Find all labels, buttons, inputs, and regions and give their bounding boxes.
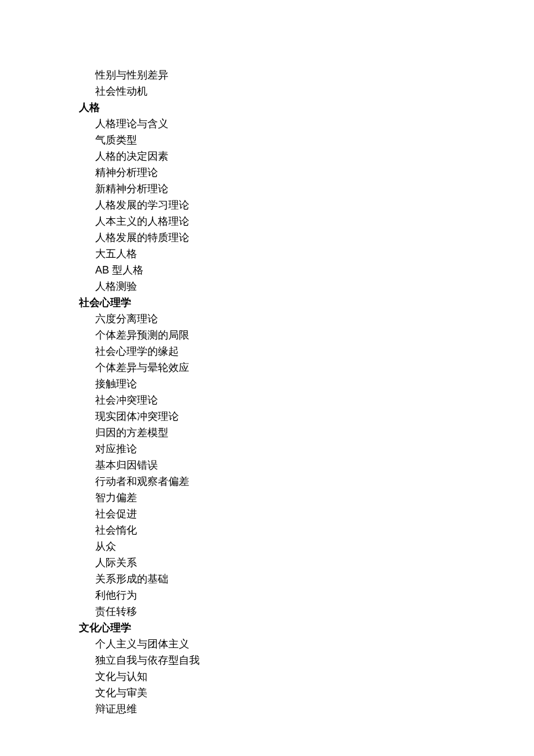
outline-item: 精神分析理论 — [79, 164, 476, 181]
outline-item: 社会心理学的缘起 — [79, 343, 476, 359]
outline-item: 气质类型 — [79, 132, 476, 148]
outline-item: 人格测验 — [79, 278, 476, 294]
outline-item: 个人主义与团体主义 — [79, 636, 476, 652]
outline-item: 文化与认知 — [79, 668, 476, 685]
outline-item: 人本主义的人格理论 — [79, 213, 476, 229]
outline-item: 文化与审美 — [79, 685, 476, 701]
outline-item: 从众 — [79, 538, 476, 555]
outline-item: 人格理论与含义 — [79, 116, 476, 132]
outline-item: 社会性动机 — [79, 83, 476, 99]
outline-item: 独立自我与依存型自我 — [79, 652, 476, 668]
outline-item: 大五人格 — [79, 246, 476, 262]
outline-item: 人际关系 — [79, 555, 476, 571]
section-heading: 社会心理学 — [79, 294, 476, 311]
outline-item: 责任转移 — [79, 603, 476, 620]
outline-item: 关系形成的基础 — [79, 571, 476, 587]
section-heading: 文化心理学 — [79, 620, 476, 636]
outline-item: 社会冲突理论 — [79, 392, 476, 408]
outline-item: AB 型人格 — [79, 262, 476, 278]
outline-item: 行动者和观察者偏差 — [79, 473, 476, 489]
outline-item: 接触理论 — [79, 376, 476, 392]
outline-item: 社会惰化 — [79, 522, 476, 538]
outline-item: 个体差异预测的局限 — [79, 327, 476, 343]
outline-content: 性别与性别差异社会性动机人格人格理论与含义气质类型人格的决定因素精神分析理论新精… — [0, 0, 534, 717]
outline-item: 基本归因错误 — [79, 457, 476, 473]
outline-item: 对应推论 — [79, 441, 476, 457]
outline-item: 归因的方差模型 — [79, 424, 476, 441]
outline-item: 新精神分析理论 — [79, 181, 476, 197]
outline-item: 性别与性别差异 — [79, 67, 476, 83]
outline-item: 人格发展的特质理论 — [79, 229, 476, 246]
section-heading: 人格 — [79, 99, 476, 116]
outline-item: 六度分离理论 — [79, 311, 476, 327]
outline-item: 智力偏差 — [79, 489, 476, 506]
outline-item: 辩证思维 — [79, 701, 476, 717]
outline-item: 人格发展的学习理论 — [79, 197, 476, 213]
outline-item: 人格的决定因素 — [79, 148, 476, 164]
outline-item: 社会促进 — [79, 506, 476, 522]
outline-item: 个体差异与晕轮效应 — [79, 359, 476, 376]
outline-item: 利他行为 — [79, 587, 476, 603]
outline-item: 现实团体冲突理论 — [79, 408, 476, 424]
